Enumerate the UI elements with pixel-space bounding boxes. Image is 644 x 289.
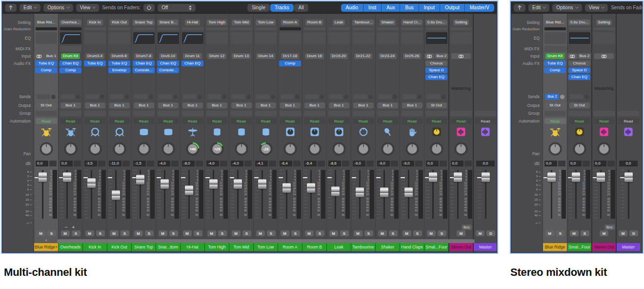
input-button[interactable]: Drum7-8	[134, 53, 153, 59]
fader-cap[interactable]	[429, 172, 437, 182]
db-value[interactable]: 0,0	[36, 161, 48, 166]
mute-button[interactable]: M	[159, 230, 167, 236]
track-name[interactable]: Tom High	[205, 243, 229, 251]
eq-thumbnail[interactable]	[377, 32, 399, 44]
pan-knob[interactable]	[234, 142, 249, 156]
mute-button[interactable]: M	[570, 230, 579, 236]
setting-button[interactable]: Hand Cl...	[402, 20, 423, 25]
db-value[interactable]: -11,0	[109, 161, 121, 166]
fader-track[interactable]	[237, 170, 239, 219]
input-button[interactable]: Drum 16	[305, 53, 324, 59]
input-button[interactable]: Drum Kit	[61, 53, 80, 59]
kick-icon[interactable]	[89, 127, 101, 137]
peak-display[interactable]	[440, 161, 447, 166]
automation-mode-button[interactable]: Read	[304, 118, 325, 124]
eq-thumbnail[interactable]	[84, 32, 106, 44]
audio-fx-plugin[interactable]: Chan EQ	[60, 61, 81, 66]
automation-mode-button[interactable]: Read	[255, 118, 277, 124]
audio-fx-plugin[interactable]: Comp	[35, 67, 57, 73]
group-empty-slot[interactable]	[544, 111, 566, 116]
send-knob[interactable]	[198, 95, 202, 99]
solo-button[interactable]: S	[581, 230, 589, 236]
mute-button[interactable]: M	[281, 230, 289, 236]
input-button[interactable]: Bus 2	[567, 53, 591, 59]
track-name[interactable]: Blue Ridge	[543, 243, 567, 251]
pan-knob[interactable]	[381, 142, 395, 156]
input-source-label[interactable]: Dru9-10	[159, 53, 177, 59]
group-empty-slot[interactable]	[158, 111, 179, 116]
automation-mode-button[interactable]: Read	[618, 118, 639, 124]
audio-fx-plugin[interactable]: Space D	[425, 67, 447, 73]
automation-mode-button[interactable]: Read	[231, 118, 252, 124]
input-button[interactable]: Bus 2	[424, 53, 448, 59]
input-source-label[interactable]: Drum3-4	[85, 53, 104, 59]
input-source-label[interactable]: Drum Kit	[61, 53, 80, 59]
send-empty-slot[interactable]	[427, 94, 441, 99]
send-empty-slot[interactable]	[37, 94, 50, 99]
view-mode-tracks[interactable]: Tracks	[270, 4, 294, 12]
fader-cap[interactable]	[63, 172, 71, 182]
tom-icon[interactable]	[260, 127, 272, 137]
mute-button[interactable]: M	[329, 230, 338, 236]
setting-button[interactable]: Overhea...	[60, 20, 81, 25]
sends-on-faders-mode-select[interactable]: Off	[158, 4, 196, 12]
peak-display[interactable]	[171, 161, 179, 166]
eq-thumbnail[interactable]	[450, 32, 472, 44]
solo-button[interactable]: S	[194, 230, 202, 236]
dim-button[interactable]: D	[486, 230, 495, 236]
group-empty-slot[interactable]	[475, 111, 496, 116]
send-knob[interactable]	[100, 95, 104, 99]
pan-knob[interactable]	[356, 142, 371, 156]
solo-button[interactable]: S	[291, 230, 300, 236]
fader-cap[interactable]	[87, 178, 96, 188]
solo-button[interactable]: S	[340, 230, 349, 236]
solo-button[interactable]: S	[413, 230, 422, 236]
group-empty-slot[interactable]	[304, 111, 325, 116]
setting-button[interactable]: Snare B...	[158, 20, 179, 25]
peak-display[interactable]	[196, 161, 203, 166]
knob-blue-icon[interactable]	[333, 127, 345, 137]
send-empty-slot[interactable]	[110, 94, 123, 99]
output-button[interactable]: Bus 1	[85, 103, 105, 108]
solo-button[interactable]: S	[121, 230, 129, 236]
fader-cap[interactable]	[454, 172, 462, 182]
db-value[interactable]: 0,0	[60, 161, 73, 166]
group-empty-slot[interactable]	[36, 111, 57, 116]
setting-button[interactable]: Tom Low	[256, 20, 275, 25]
zoom-minus-plus-control[interactable]: − +	[65, 225, 76, 230]
db-value[interactable]: -9,0	[377, 161, 390, 166]
mute-button[interactable]: M	[545, 230, 554, 236]
send-slot[interactable]	[329, 94, 348, 99]
db-value[interactable]: 0,0	[569, 161, 582, 166]
output-button[interactable]: Bus 1	[207, 103, 227, 108]
setting-button[interactable]: Room A	[281, 20, 299, 25]
automation-mode-button[interactable]: Read	[593, 118, 615, 124]
peak-display[interactable]	[607, 161, 615, 166]
audio-fx-plugin[interactable]: Chorus	[568, 61, 590, 66]
input-source-label[interactable]: Drum 16	[305, 53, 324, 59]
send-empty-slot[interactable]	[207, 94, 221, 99]
automation-mode-button[interactable]: Read	[426, 118, 447, 124]
solo-button[interactable]: S	[145, 230, 154, 236]
eq-thumbnail[interactable]	[36, 32, 57, 44]
input-button[interactable]: Dr25-26	[403, 53, 421, 59]
track-name[interactable]: Tambourine	[351, 243, 375, 251]
track-name[interactable]: Smal...Four	[567, 243, 591, 251]
group-empty-slot[interactable]	[133, 111, 155, 116]
setting-button[interactable]: Tom High	[207, 20, 227, 25]
group-empty-slot[interactable]	[109, 111, 130, 116]
mute-button[interactable]: M	[207, 230, 216, 236]
send-empty-slot[interactable]	[305, 94, 319, 99]
pan-knob[interactable]	[548, 142, 563, 156]
hand-icon[interactable]	[406, 127, 418, 137]
fader-track[interactable]	[213, 170, 214, 219]
shaker-icon[interactable]	[382, 127, 394, 137]
send-knob[interactable]	[417, 95, 422, 99]
mute-button[interactable]: M	[427, 230, 436, 236]
stereo-format-icon[interactable]	[567, 53, 577, 59]
audio-fx-plugin[interactable]: Tube EQ	[108, 61, 130, 66]
pan-knob[interactable]: +29	[210, 142, 224, 156]
navigate-up-button[interactable]	[5, 4, 17, 12]
send-slot[interactable]	[354, 94, 373, 99]
mute-button[interactable]: M	[134, 230, 143, 236]
